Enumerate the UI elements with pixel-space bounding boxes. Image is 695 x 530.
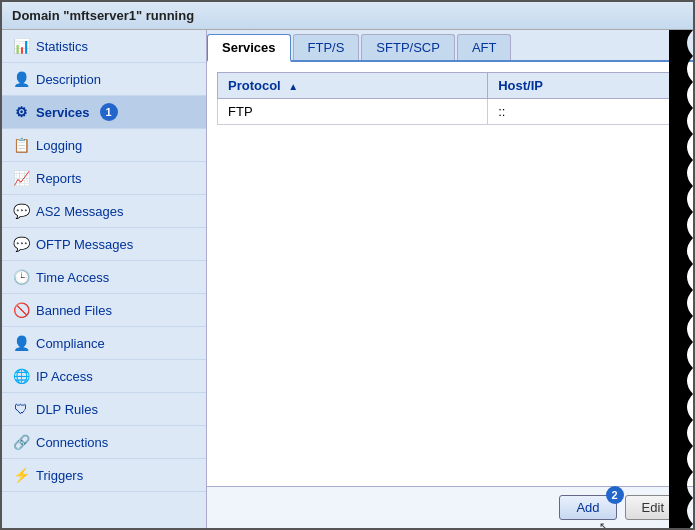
sidebar-item-banned-files[interactable]: 🚫 Banned Files — [2, 294, 206, 327]
description-icon: 👤 — [12, 70, 30, 88]
connections-icon: 🔗 — [12, 433, 30, 451]
sidebar-item-triggers[interactable]: ⚡ Triggers — [2, 459, 206, 492]
services-table: Protocol ▲ Host/IP FTP :: — [217, 72, 683, 125]
logging-icon: 📋 — [12, 136, 30, 154]
sidebar-label-dlp-rules: DLP Rules — [36, 402, 98, 417]
sidebar-label-reports: Reports — [36, 171, 82, 186]
tab-sftp-scp[interactable]: SFTP/SCP — [361, 34, 455, 60]
sidebar-label-connections: Connections — [36, 435, 108, 450]
tab-services[interactable]: Services — [207, 34, 291, 62]
add-button[interactable]: 2 Add ↖ — [559, 495, 616, 520]
compliance-icon: 👤 — [12, 334, 30, 352]
main-content: 📊 Statistics 👤 Description ⚙ Services 1 … — [2, 30, 693, 528]
sidebar-label-description: Description — [36, 72, 101, 87]
sidebar-item-description[interactable]: 👤 Description — [2, 63, 206, 96]
statistics-icon: 📊 — [12, 37, 30, 55]
sidebar-item-ip-access[interactable]: 🌐 IP Access — [2, 360, 206, 393]
dlp-rules-icon: 🛡 — [12, 400, 30, 418]
services-icon: ⚙ — [12, 103, 30, 121]
col-host-ip: Host/IP — [488, 73, 683, 99]
sidebar-item-connections[interactable]: 🔗 Connections — [2, 426, 206, 459]
sidebar-item-reports[interactable]: 📈 Reports — [2, 162, 206, 195]
sidebar-label-banned-files: Banned Files — [36, 303, 112, 318]
ip-access-icon: 🌐 — [12, 367, 30, 385]
tab-aft[interactable]: AFT — [457, 34, 512, 60]
titlebar-text: Domain "mftserver1" running — [12, 8, 194, 23]
sidebar-item-compliance[interactable]: 👤 Compliance — [2, 327, 206, 360]
services-badge: 1 — [100, 103, 118, 121]
col-protocol[interactable]: Protocol ▲ — [218, 73, 488, 99]
sidebar-item-services[interactable]: ⚙ Services 1 — [2, 96, 206, 129]
sidebar-label-oftp: OFTP Messages — [36, 237, 133, 252]
right-panel: Services FTP/S SFTP/SCP AFT — [207, 30, 693, 528]
table-header-row: Protocol ▲ Host/IP — [218, 73, 683, 99]
main-window: Domain "mftserver1" running 📊 Statistics… — [0, 0, 695, 530]
sidebar-label-services: Services — [36, 105, 90, 120]
table-row[interactable]: FTP :: — [218, 99, 683, 125]
sidebar-label-statistics: Statistics — [36, 39, 88, 54]
banned-files-icon: 🚫 — [12, 301, 30, 319]
add-button-label: Add — [576, 500, 599, 515]
sidebar-label-ip-access: IP Access — [36, 369, 93, 384]
tab-services-label: Services — [222, 40, 276, 55]
edit-button-label: Edit — [642, 500, 664, 515]
sidebar-label-as2: AS2 Messages — [36, 204, 123, 219]
sidebar-label-triggers: Triggers — [36, 468, 83, 483]
edit-button[interactable]: Edit — [625, 495, 681, 520]
tab-sftp-scp-label: SFTP/SCP — [376, 40, 440, 55]
time-access-icon: 🕒 — [12, 268, 30, 286]
reports-icon: 📈 — [12, 169, 30, 187]
tab-aft-label: AFT — [472, 40, 497, 55]
sidebar-item-dlp-rules[interactable]: 🛡 DLP Rules — [2, 393, 206, 426]
cell-host-ip: :: — [488, 99, 683, 125]
bottom-bar: 2 Add ↖ Edit — [207, 486, 693, 528]
table-container: Protocol ▲ Host/IP FTP :: — [207, 62, 693, 486]
sidebar-item-time-access[interactable]: 🕒 Time Access — [2, 261, 206, 294]
sidebar-label-compliance: Compliance — [36, 336, 105, 351]
sidebar-item-oftp-messages[interactable]: 💬 OFTP Messages — [2, 228, 206, 261]
col-protocol-label: Protocol — [228, 78, 281, 93]
sidebar-item-statistics[interactable]: 📊 Statistics — [2, 30, 206, 63]
oftp-icon: 💬 — [12, 235, 30, 253]
sort-arrow-protocol: ▲ — [288, 81, 298, 92]
tab-ftp-s[interactable]: FTP/S — [293, 34, 360, 60]
cell-protocol: FTP — [218, 99, 488, 125]
col-host-ip-label: Host/IP — [498, 78, 543, 93]
sidebar-item-as2-messages[interactable]: 💬 AS2 Messages — [2, 195, 206, 228]
sidebar-item-logging[interactable]: 📋 Logging — [2, 129, 206, 162]
sidebar-label-logging: Logging — [36, 138, 82, 153]
tab-bar: Services FTP/S SFTP/SCP AFT — [207, 30, 693, 62]
triggers-icon: ⚡ — [12, 466, 30, 484]
as2-icon: 💬 — [12, 202, 30, 220]
titlebar: Domain "mftserver1" running — [2, 2, 693, 30]
sidebar: 📊 Statistics 👤 Description ⚙ Services 1 … — [2, 30, 207, 528]
cursor-icon: ↖ — [599, 520, 608, 528]
sidebar-label-time-access: Time Access — [36, 270, 109, 285]
tab-ftp-s-label: FTP/S — [308, 40, 345, 55]
add-badge: 2 — [606, 486, 624, 504]
